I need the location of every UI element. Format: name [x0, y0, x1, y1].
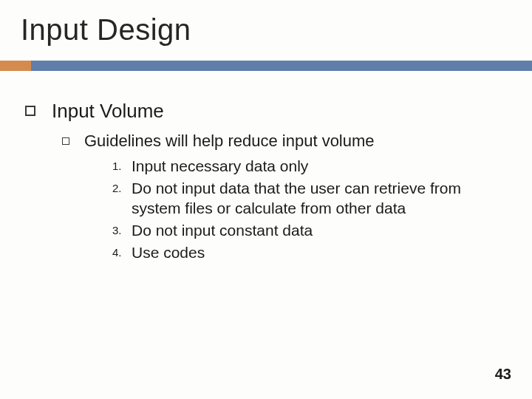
- level1-text: Input Volume: [52, 100, 164, 123]
- list-item: 1. Input necessary data only: [112, 157, 502, 176]
- bullet-level-2: Guidelines will help reduce input volume: [62, 132, 502, 151]
- item-text: Do not input data that the user can retr…: [132, 179, 502, 218]
- item-number: 2.: [112, 179, 132, 194]
- numbered-list: 1. Input necessary data only 2. Do not i…: [112, 157, 502, 262]
- list-item: 4. Use codes: [112, 243, 502, 262]
- level2-text: Guidelines will help reduce input volume: [84, 132, 375, 151]
- list-item: 2. Do not input data that the user can r…: [112, 179, 502, 218]
- slide: Input Design Input Volume Guidelines wil…: [0, 0, 532, 399]
- item-number: 3.: [112, 221, 132, 236]
- slide-body: Input Volume Guidelines will help reduce…: [25, 100, 502, 265]
- item-text: Input necessary data only: [132, 157, 308, 176]
- item-number: 1.: [112, 157, 132, 172]
- accent-bar: [0, 61, 532, 71]
- slide-title: Input Design: [21, 13, 191, 47]
- item-number: 4.: [112, 243, 132, 259]
- item-text: Use codes: [132, 243, 205, 262]
- accent-bar-highlight: [0, 61, 31, 71]
- square-bullet-small-icon: [62, 137, 69, 145]
- bullet-level-1: Input Volume: [25, 100, 502, 123]
- page-number: 43: [495, 366, 511, 383]
- list-item: 3. Do not input constant data: [112, 221, 502, 240]
- square-bullet-icon: [25, 106, 35, 116]
- item-text: Do not input constant data: [132, 221, 313, 240]
